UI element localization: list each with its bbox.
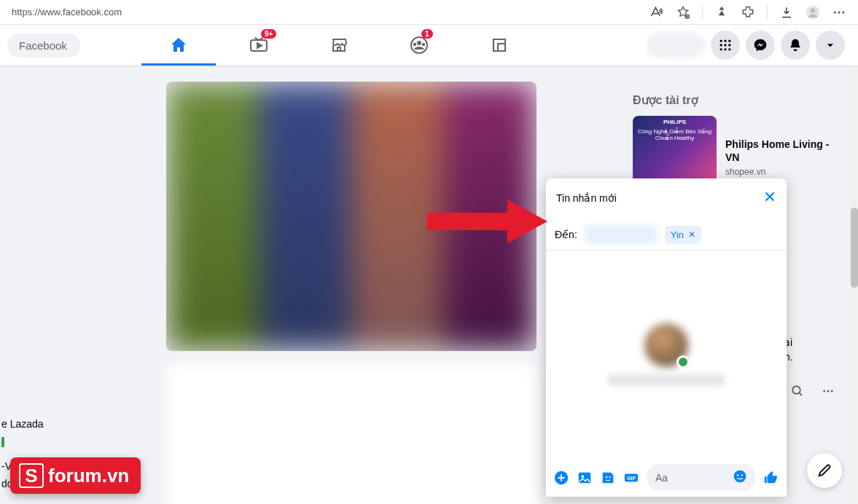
recipient-chip-yin[interactable]: Yin ✕ xyxy=(665,226,701,244)
thumbs-up-button[interactable] xyxy=(763,470,779,486)
message-input[interactable]: Aa xyxy=(647,464,756,491)
svg-point-10 xyxy=(422,43,425,46)
add-image-icon[interactable] xyxy=(577,470,593,486)
annotation-arrow xyxy=(427,192,551,251)
message-body xyxy=(546,251,787,458)
online-dot xyxy=(676,355,690,369)
popup-title: Tin nhắn mới xyxy=(556,192,762,204)
svg-rect-26 xyxy=(579,472,591,483)
add-attachment-icon[interactable] xyxy=(553,470,569,486)
emoji-picker-icon[interactable] xyxy=(733,469,747,486)
new-message-fab[interactable] xyxy=(807,453,842,488)
nav-groups[interactable]: 1 xyxy=(379,25,459,66)
browser-address-bar: https://www.facebook.com xyxy=(0,0,858,25)
feed-post-blurred xyxy=(166,364,537,504)
svg-point-11 xyxy=(720,40,722,42)
svg-point-13 xyxy=(728,40,730,42)
search-input[interactable]: Facebook xyxy=(7,34,80,58)
groups-badge: 1 xyxy=(421,29,433,39)
svg-point-33 xyxy=(737,474,738,476)
svg-point-32 xyxy=(734,470,746,483)
side-search-icon[interactable] xyxy=(791,385,804,401)
popup-close-button[interactable] xyxy=(762,189,778,208)
favorites-icon[interactable] xyxy=(676,5,690,20)
add-gif-icon[interactable]: GIF xyxy=(623,470,639,486)
recipient-chip-blurred[interactable] xyxy=(585,225,658,244)
svg-point-12 xyxy=(724,40,726,42)
svg-point-34 xyxy=(741,474,743,476)
account-dropdown-button[interactable] xyxy=(816,31,845,60)
sponsored-name: Philips Home Living - VN xyxy=(725,138,844,164)
svg-marker-24 xyxy=(427,200,547,243)
side-more-icon[interactable] xyxy=(822,385,835,401)
sponsored-domain: shopee.vn xyxy=(725,167,844,177)
notifications-button[interactable] xyxy=(781,31,810,60)
svg-point-17 xyxy=(720,48,722,50)
svg-point-21 xyxy=(823,390,825,393)
svg-point-9 xyxy=(413,43,416,46)
svg-point-29 xyxy=(609,476,611,477)
url-text[interactable]: https://www.facebook.com xyxy=(6,4,650,20)
svg-point-14 xyxy=(720,44,722,46)
svg-point-18 xyxy=(724,48,726,50)
svg-point-22 xyxy=(827,390,830,393)
nav-gaming[interactable] xyxy=(459,25,539,66)
nav-marketplace[interactable] xyxy=(299,25,379,66)
svg-point-8 xyxy=(417,41,421,45)
svg-point-23 xyxy=(831,390,833,393)
messenger-button[interactable] xyxy=(746,31,775,60)
svg-point-16 xyxy=(728,44,730,46)
recipient-row: Đến: Yin ✕ xyxy=(546,219,787,251)
new-message-popup: Tin nhắn mới Đến: Yin ✕ GIF Aa xyxy=(546,178,787,497)
to-label: Đến: xyxy=(555,229,577,240)
watch-badge: 9+ xyxy=(261,29,276,39)
svg-point-4 xyxy=(838,11,841,13)
extensions-icon[interactable] xyxy=(741,5,755,20)
contact-name-blurred xyxy=(608,374,725,386)
svg-point-5 xyxy=(842,11,844,13)
profile-chip[interactable] xyxy=(647,32,705,58)
more-menu-icon[interactable] xyxy=(832,5,846,20)
watermark-s-icon: S xyxy=(19,463,44,488)
nav-watch[interactable]: 9+ xyxy=(219,25,299,66)
page-scrollbar-thumb[interactable] xyxy=(851,208,858,288)
svg-point-2 xyxy=(811,8,816,13)
downloads-icon[interactable] xyxy=(779,5,794,20)
svg-point-20 xyxy=(792,386,800,394)
svg-point-15 xyxy=(724,44,726,46)
svg-point-19 xyxy=(728,48,730,50)
nav-home[interactable] xyxy=(139,25,219,66)
menu-grid-button[interactable] xyxy=(711,31,740,60)
add-sticker-icon[interactable] xyxy=(600,470,616,486)
read-aloud-icon[interactable] xyxy=(650,5,664,20)
extension-tree-icon[interactable] xyxy=(714,5,729,20)
watermark-badge: S forum.vn xyxy=(10,457,141,494)
left-link-lazada[interactable]: e Lazada xyxy=(1,415,60,433)
svg-text:GIF: GIF xyxy=(627,475,636,481)
svg-point-28 xyxy=(606,476,607,477)
svg-point-27 xyxy=(581,475,584,478)
online-indicator xyxy=(1,437,4,447)
remove-recipient-icon[interactable]: ✕ xyxy=(688,229,695,240)
svg-point-3 xyxy=(834,11,836,13)
profile-avatar-icon[interactable] xyxy=(806,5,820,20)
sponsored-title: Được tài trợ xyxy=(633,93,844,107)
facebook-header: Facebook 9+ 1 xyxy=(0,25,858,66)
